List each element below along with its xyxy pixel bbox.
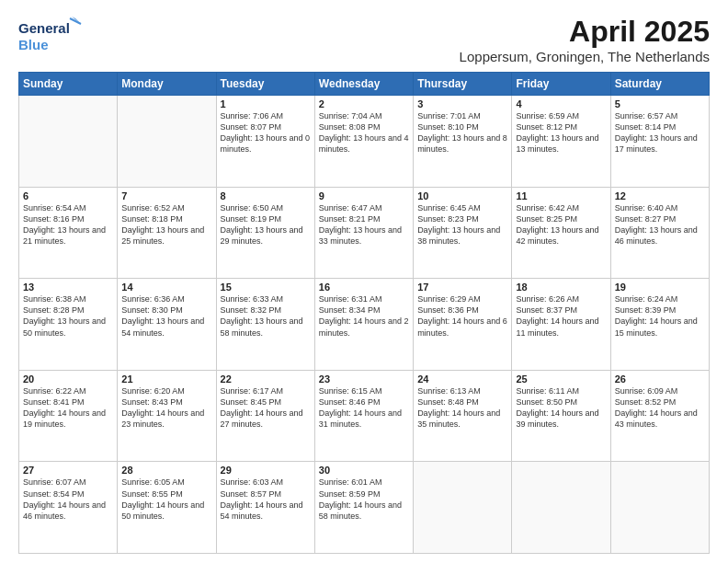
day-info: Sunrise: 6:17 AMSunset: 8:45 PMDaylight:… <box>221 385 311 431</box>
calendar-cell: 5Sunrise: 6:57 AMSunset: 8:14 PMDaylight… <box>610 96 709 188</box>
calendar-cell: 23Sunrise: 6:15 AMSunset: 8:46 PMDayligh… <box>314 370 413 462</box>
day-info: Sunrise: 6:52 AMSunset: 8:18 PMDaylight:… <box>121 202 211 247</box>
day-info: Sunrise: 7:04 AMSunset: 8:08 PMDaylight:… <box>319 110 409 155</box>
day-number: 19 <box>615 282 705 293</box>
day-info: Sunrise: 6:07 AMSunset: 8:54 PMDaylight:… <box>23 477 113 522</box>
title-block: April 2025 Loppersum, Groningen, The Net… <box>460 15 710 64</box>
day-number: 15 <box>221 282 311 293</box>
day-number: 26 <box>615 373 705 385</box>
col-header-sunday: Sunday <box>19 73 118 96</box>
calendar-cell: 10Sunrise: 6:45 AMSunset: 8:23 PMDayligh… <box>414 187 512 279</box>
day-info: Sunrise: 6:09 AMSunset: 8:52 PMDaylight:… <box>615 385 705 431</box>
calendar-cell: 7Sunrise: 6:52 AMSunset: 8:18 PMDaylight… <box>118 187 216 279</box>
day-info: Sunrise: 6:26 AMSunset: 8:37 PMDaylight:… <box>516 293 606 339</box>
day-number: 8 <box>221 190 311 201</box>
day-number: 16 <box>319 282 409 293</box>
day-number: 30 <box>319 465 409 476</box>
calendar-cell: 6Sunrise: 6:54 AMSunset: 8:16 PMDaylight… <box>19 187 118 279</box>
calendar-week-row: 13Sunrise: 6:38 AMSunset: 8:28 PMDayligh… <box>19 279 710 371</box>
calendar-cell: 8Sunrise: 6:50 AMSunset: 8:19 PMDaylight… <box>216 187 314 279</box>
day-info: Sunrise: 6:42 AMSunset: 8:25 PMDaylight:… <box>516 202 606 247</box>
day-info: Sunrise: 6:45 AMSunset: 8:23 PMDaylight:… <box>417 202 507 247</box>
calendar-cell: 17Sunrise: 6:29 AMSunset: 8:36 PMDayligh… <box>414 279 512 371</box>
calendar-cell: 24Sunrise: 6:13 AMSunset: 8:48 PMDayligh… <box>414 370 512 462</box>
day-info: Sunrise: 7:06 AMSunset: 8:07 PMDaylight:… <box>221 110 311 155</box>
calendar-cell: 16Sunrise: 6:31 AMSunset: 8:34 PMDayligh… <box>314 279 413 371</box>
calendar-cell: 2Sunrise: 7:04 AMSunset: 8:08 PMDaylight… <box>314 96 413 188</box>
calendar-cell: 19Sunrise: 6:24 AMSunset: 8:39 PMDayligh… <box>610 279 709 371</box>
day-number: 12 <box>615 190 705 201</box>
logo-svg: General Blue <box>18 15 83 55</box>
calendar-cell: 12Sunrise: 6:40 AMSunset: 8:27 PMDayligh… <box>610 187 709 279</box>
calendar-cell: 15Sunrise: 6:33 AMSunset: 8:32 PMDayligh… <box>216 279 314 371</box>
calendar-week-row: 27Sunrise: 6:07 AMSunset: 8:54 PMDayligh… <box>19 462 710 554</box>
day-number: 6 <box>23 190 113 201</box>
day-info: Sunrise: 6:31 AMSunset: 8:34 PMDaylight:… <box>319 293 409 339</box>
header: General Blue April 2025 Loppersum, Groni… <box>18 15 710 64</box>
logo: General Blue <box>18 15 83 55</box>
calendar-cell: 11Sunrise: 6:42 AMSunset: 8:25 PMDayligh… <box>512 187 610 279</box>
calendar-cell: 13Sunrise: 6:38 AMSunset: 8:28 PMDayligh… <box>19 279 118 371</box>
day-number: 23 <box>319 373 409 385</box>
day-number: 24 <box>417 373 507 385</box>
calendar-week-row: 1Sunrise: 7:06 AMSunset: 8:07 PMDaylight… <box>19 96 710 188</box>
calendar-cell: 14Sunrise: 6:36 AMSunset: 8:30 PMDayligh… <box>118 279 216 371</box>
calendar-cell: 26Sunrise: 6:09 AMSunset: 8:52 PMDayligh… <box>610 370 709 462</box>
day-number: 14 <box>121 282 211 293</box>
calendar-cell <box>118 96 216 188</box>
day-number: 11 <box>516 190 606 201</box>
day-number: 21 <box>121 373 211 385</box>
calendar-cell <box>414 462 512 554</box>
day-number: 3 <box>417 98 507 109</box>
day-number: 5 <box>615 98 705 109</box>
day-number: 20 <box>23 373 113 385</box>
calendar-cell: 28Sunrise: 6:05 AMSunset: 8:55 PMDayligh… <box>118 462 216 554</box>
calendar-cell <box>512 462 610 554</box>
calendar-cell <box>610 462 709 554</box>
day-info: Sunrise: 6:50 AMSunset: 8:19 PMDaylight:… <box>221 202 311 247</box>
day-number: 25 <box>516 373 606 385</box>
day-info: Sunrise: 6:01 AMSunset: 8:59 PMDaylight:… <box>319 477 409 522</box>
day-info: Sunrise: 6:11 AMSunset: 8:50 PMDaylight:… <box>516 385 606 431</box>
day-info: Sunrise: 6:38 AMSunset: 8:28 PMDaylight:… <box>23 293 113 339</box>
col-header-wednesday: Wednesday <box>314 73 413 96</box>
day-info: Sunrise: 6:57 AMSunset: 8:14 PMDaylight:… <box>615 110 705 155</box>
calendar-cell: 1Sunrise: 7:06 AMSunset: 8:07 PMDaylight… <box>216 96 314 188</box>
calendar-cell: 9Sunrise: 6:47 AMSunset: 8:21 PMDaylight… <box>314 187 413 279</box>
calendar-cell: 18Sunrise: 6:26 AMSunset: 8:37 PMDayligh… <box>512 279 610 371</box>
day-number: 9 <box>319 190 409 201</box>
day-number: 1 <box>221 98 311 109</box>
day-number: 22 <box>221 373 311 385</box>
day-info: Sunrise: 6:36 AMSunset: 8:30 PMDaylight:… <box>121 293 211 339</box>
day-number: 27 <box>23 465 113 476</box>
day-number: 17 <box>417 282 507 293</box>
col-header-thursday: Thursday <box>414 73 512 96</box>
calendar-table: SundayMondayTuesdayWednesdayThursdayFrid… <box>18 72 710 554</box>
calendar-cell <box>19 96 118 188</box>
col-header-friday: Friday <box>512 73 610 96</box>
page-subtitle: Loppersum, Groningen, The Netherlands <box>460 49 710 64</box>
day-info: Sunrise: 6:15 AMSunset: 8:46 PMDaylight:… <box>319 385 409 431</box>
day-info: Sunrise: 6:33 AMSunset: 8:32 PMDaylight:… <box>221 293 311 339</box>
day-info: Sunrise: 7:01 AMSunset: 8:10 PMDaylight:… <box>417 110 507 155</box>
calendar-week-row: 6Sunrise: 6:54 AMSunset: 8:16 PMDaylight… <box>19 187 710 279</box>
calendar-cell: 30Sunrise: 6:01 AMSunset: 8:59 PMDayligh… <box>314 462 413 554</box>
day-info: Sunrise: 6:47 AMSunset: 8:21 PMDaylight:… <box>319 202 409 247</box>
page: General Blue April 2025 Loppersum, Groni… <box>0 0 728 563</box>
day-number: 10 <box>417 190 507 201</box>
calendar-header-row: SundayMondayTuesdayWednesdayThursdayFrid… <box>19 73 710 96</box>
calendar-cell: 25Sunrise: 6:11 AMSunset: 8:50 PMDayligh… <box>512 370 610 462</box>
calendar-cell: 27Sunrise: 6:07 AMSunset: 8:54 PMDayligh… <box>19 462 118 554</box>
col-header-tuesday: Tuesday <box>216 73 314 96</box>
day-info: Sunrise: 6:24 AMSunset: 8:39 PMDaylight:… <box>615 293 705 339</box>
day-info: Sunrise: 6:29 AMSunset: 8:36 PMDaylight:… <box>417 293 507 339</box>
day-info: Sunrise: 6:03 AMSunset: 8:57 PMDaylight:… <box>221 477 311 522</box>
day-number: 4 <box>516 98 606 109</box>
day-info: Sunrise: 6:54 AMSunset: 8:16 PMDaylight:… <box>23 202 113 247</box>
day-number: 7 <box>121 190 211 201</box>
calendar-cell: 20Sunrise: 6:22 AMSunset: 8:41 PMDayligh… <box>19 370 118 462</box>
day-number: 2 <box>319 98 409 109</box>
calendar-cell: 3Sunrise: 7:01 AMSunset: 8:10 PMDaylight… <box>414 96 512 188</box>
col-header-monday: Monday <box>118 73 216 96</box>
calendar-cell: 22Sunrise: 6:17 AMSunset: 8:45 PMDayligh… <box>216 370 314 462</box>
